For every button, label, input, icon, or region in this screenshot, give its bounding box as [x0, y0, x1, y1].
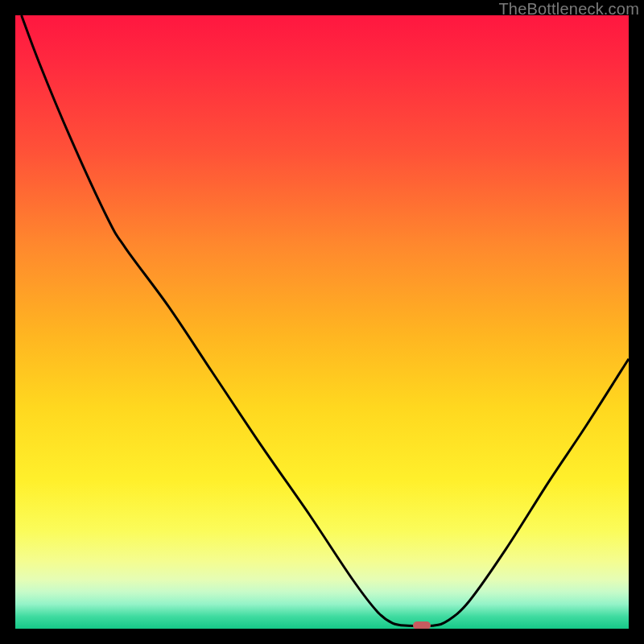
plot-area [15, 15, 629, 629]
curve-svg [15, 15, 629, 629]
chart-frame: TheBottleneck.com [0, 0, 644, 644]
bottleneck-curve-path [22, 15, 629, 626]
optimal-point-marker [413, 621, 431, 629]
